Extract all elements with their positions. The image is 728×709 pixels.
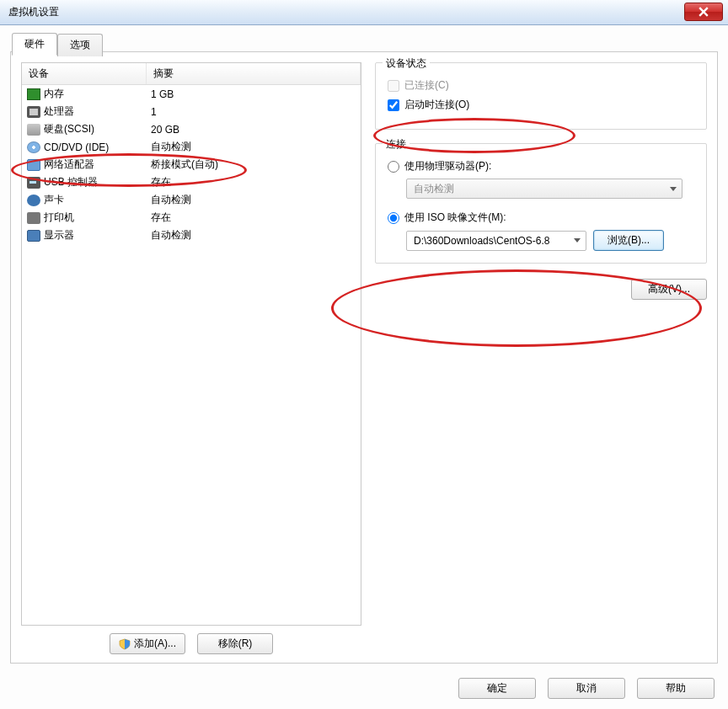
printer-icon — [27, 212, 40, 224]
dialog-footer: 确定 取消 帮助 — [458, 678, 715, 699]
memory-icon — [27, 88, 40, 100]
remove-button[interactable]: 移除(R) — [197, 633, 273, 654]
display-icon — [27, 230, 40, 242]
network-icon — [27, 159, 40, 171]
table-row[interactable]: 网络适配器 桥接模式(自动) — [22, 156, 361, 173]
physical-drive-dropdown: 自动检测 — [406, 179, 682, 199]
tab-hardware[interactable]: 硬件 — [12, 33, 57, 56]
cd-icon — [27, 141, 40, 153]
group-connection-title: 连接 — [383, 137, 410, 152]
chevron-down-icon — [670, 187, 677, 191]
cpu-icon — [27, 106, 40, 118]
advanced-button-label: 高级(V)... — [648, 282, 690, 296]
table-row[interactable]: 打印机 存在 — [22, 209, 361, 227]
table-row[interactable]: 硬盘(SCSI) 20 GB — [22, 120, 361, 138]
usb-icon — [27, 177, 40, 189]
table-row[interactable]: 声卡 自动检测 — [22, 191, 361, 209]
use-physical-label: 使用物理驱动器(P): — [404, 159, 491, 173]
table-row[interactable]: USB 控制器 存在 — [22, 173, 361, 191]
use-physical-radio-row[interactable]: 使用物理驱动器(P): — [388, 159, 694, 173]
device-name: 打印机 — [44, 211, 74, 223]
device-name: 显示器 — [44, 229, 74, 241]
device-summary: 存在 — [146, 173, 361, 191]
device-summary: 20 GB — [146, 120, 361, 138]
table-row[interactable]: 显示器 自动检测 — [22, 227, 361, 244]
ok-button[interactable]: 确定 — [458, 678, 536, 699]
group-device-status: 设备状态 已连接(C) 启动时连接(O) — [375, 62, 707, 130]
device-summary: 1 GB — [146, 85, 361, 104]
device-name: 处理器 — [44, 105, 74, 117]
group-device-status-title: 设备状态 — [383, 56, 430, 71]
col-device-header[interactable]: 设备 — [22, 63, 146, 85]
cancel-button-label: 取消 — [576, 681, 597, 696]
iso-path-value: D:\360Downloads\CentOS-6.8 — [414, 235, 549, 247]
group-connection: 连接 使用物理驱动器(P): 自动检测 使用 ISO 映像文件(M): — [375, 143, 707, 264]
window-title: 虚拟机设置 — [8, 5, 59, 19]
close-button[interactable] — [684, 3, 723, 21]
cancel-button[interactable]: 取消 — [548, 678, 625, 699]
connect-at-poweron-checkbox[interactable] — [388, 99, 399, 111]
use-iso-radio[interactable] — [388, 212, 399, 224]
remove-button-label: 移除(R) — [218, 637, 253, 651]
use-iso-radio-row[interactable]: 使用 ISO 映像文件(M): — [388, 211, 694, 225]
col-summary-header[interactable]: 摘要 — [146, 63, 361, 85]
add-button[interactable]: 添加(A)... — [110, 633, 185, 654]
content-area: 硬件 选项 设备 摘要 内存 1 GB — [0, 25, 728, 709]
browse-button[interactable]: 浏览(B)... — [593, 230, 664, 251]
device-name: USB 控制器 — [44, 176, 98, 188]
connected-label: 已连接(C) — [404, 78, 449, 93]
connect-at-poweron-row[interactable]: 启动时连接(O) — [388, 98, 694, 112]
device-summary: 自动检测 — [146, 138, 361, 156]
device-summary: 存在 — [146, 209, 361, 227]
titlebar: 虚拟机设置 — [0, 0, 728, 25]
browse-button-label: 浏览(B)... — [608, 233, 650, 248]
tab-page-hardware: 设备 摘要 内存 1 GB 处理器 1 — [10, 51, 718, 664]
table-row[interactable]: CD/DVD (IDE) 自动检测 — [22, 138, 361, 156]
device-settings-panel: 设备状态 已连接(C) 启动时连接(O) 连接 使用物理驱动器(P): — [375, 62, 707, 653]
use-iso-label: 使用 ISO 映像文件(M): — [404, 211, 506, 225]
help-button[interactable]: 帮助 — [637, 678, 715, 699]
table-row[interactable]: 内存 1 GB — [22, 85, 361, 104]
chevron-down-icon — [574, 238, 581, 243]
tab-options[interactable]: 选项 — [57, 34, 103, 56]
device-summary: 桥接模式(自动) — [146, 156, 361, 173]
device-list-panel: 设备 摘要 内存 1 GB 处理器 1 — [21, 62, 361, 626]
physical-drive-value: 自动检测 — [414, 182, 454, 196]
device-name: CD/DVD (IDE) — [44, 141, 109, 153]
device-summary: 自动检测 — [146, 227, 361, 244]
device-summary: 1 — [146, 103, 361, 120]
device-summary: 自动检测 — [146, 191, 361, 209]
disk-icon — [27, 124, 40, 136]
device-name: 硬盘(SCSI) — [44, 123, 94, 135]
advanced-button[interactable]: 高级(V)... — [631, 279, 707, 300]
close-icon — [699, 7, 709, 17]
help-button-label: 帮助 — [666, 681, 686, 696]
vm-settings-window: 虚拟机设置 硬件 选项 设备 摘要 — [0, 0, 728, 709]
device-name: 声卡 — [44, 194, 64, 205]
ok-button-label: 确定 — [487, 681, 507, 696]
connected-checkbox-row: 已连接(C) — [388, 78, 694, 93]
tab-hardware-label: 硬件 — [24, 38, 45, 50]
tab-options-label: 选项 — [70, 39, 90, 51]
shield-icon — [119, 638, 131, 650]
iso-path-dropdown[interactable]: D:\360Downloads\CentOS-6.8 — [406, 231, 586, 251]
table-row[interactable]: 处理器 1 — [22, 103, 361, 120]
tabstrip: 硬件 选项 — [12, 33, 103, 56]
connected-checkbox — [388, 80, 399, 92]
device-name: 内存 — [44, 88, 64, 99]
use-physical-radio[interactable] — [388, 161, 399, 173]
connect-at-poweron-label: 启动时连接(O) — [404, 98, 469, 112]
sound-icon — [27, 195, 40, 206]
device-table: 设备 摘要 内存 1 GB 处理器 1 — [22, 63, 361, 244]
advanced-row: 高级(V)... — [375, 279, 707, 300]
device-buttons: 添加(A)... 移除(R) — [21, 633, 361, 654]
add-button-label: 添加(A)... — [134, 637, 176, 651]
device-name: 网络适配器 — [44, 158, 94, 170]
